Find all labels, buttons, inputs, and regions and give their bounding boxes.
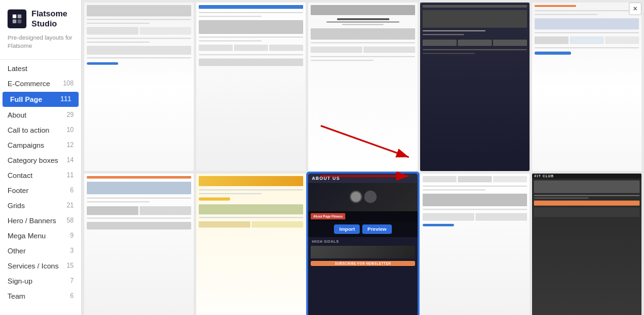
template-item-7[interactable]: ABOUT US About Page Fitness (308, 174, 418, 315)
sidebar-item-contact[interactable]: Contact 11 (0, 168, 81, 183)
logo-icon (8, 9, 26, 28)
svg-rect-0 (13, 14, 16, 18)
template-item-9[interactable]: FIT CLUB (532, 174, 641, 315)
preview-actions: Import Preview (308, 221, 418, 237)
main-content: × (82, 0, 644, 315)
app-title: Flatsome Studio (31, 9, 74, 28)
import-button[interactable]: Import (334, 224, 360, 234)
sidebar-item-other[interactable]: Other 3 (0, 243, 81, 258)
sidebar-item-ecommerce[interactable]: E-Commerce 108 (0, 76, 81, 91)
sidebar-item-categoryboxes[interactable]: Category boxes 14 (0, 153, 81, 168)
template-item-0[interactable] (84, 3, 194, 171)
sidebar-item-signup[interactable]: Sign-up 7 (0, 274, 81, 289)
template-grid: ABOUT US About Page Fitness (82, 0, 644, 315)
app-subtitle: Pre-designed layouts for Flatsome (0, 33, 81, 58)
template-item-2[interactable] (308, 3, 418, 171)
sidebar-item-about[interactable]: About 29 (0, 108, 81, 123)
sidebar-item-grids[interactable]: Grids 21 (0, 198, 81, 213)
preview-tag: About Page Fitness (311, 213, 345, 219)
logo-area: Flatsome Studio (0, 0, 81, 33)
close-button[interactable]: × (629, 3, 641, 15)
sidebar-item-megamenu[interactable]: Mega Menu 9 (0, 228, 81, 243)
template-item-8[interactable] (420, 174, 530, 315)
sidebar-item-servicesicons[interactable]: Services / Icons 15 (0, 258, 81, 274)
sidebar-item-fullpage[interactable]: Full Page 111 (3, 92, 79, 107)
preview-button[interactable]: Preview (362, 224, 391, 234)
template-item-3[interactable] (420, 3, 530, 171)
svg-rect-2 (13, 19, 16, 23)
template-item-1[interactable] (196, 3, 306, 171)
preview-header: ABOUT US (308, 174, 418, 183)
sidebar-item-herobanners[interactable]: Hero / Banners 58 (0, 213, 81, 228)
sidebar-divider (0, 59, 81, 60)
preview-section-label: HIGH GOALS (308, 237, 418, 246)
preview-cta: SUBSCRIBE FOR NEWSLETTER (311, 261, 415, 266)
template-item-4[interactable] (532, 3, 641, 171)
sidebar-item-footer[interactable]: Footer 6 (0, 183, 81, 198)
template-item-5[interactable] (84, 174, 194, 315)
svg-rect-3 (18, 19, 21, 23)
svg-rect-1 (18, 14, 21, 18)
sidebar: Flatsome Studio Pre-designed layouts for… (0, 0, 82, 315)
sidebar-item-team[interactable]: Team 6 (0, 289, 81, 304)
sidebar-item-campaigns[interactable]: Campaigns 12 (0, 138, 81, 153)
template-item-6[interactable] (196, 174, 306, 315)
sidebar-item-calltoaction[interactable]: Call to action 10 (0, 123, 81, 138)
sidebar-item-latest[interactable]: Latest (0, 61, 81, 76)
